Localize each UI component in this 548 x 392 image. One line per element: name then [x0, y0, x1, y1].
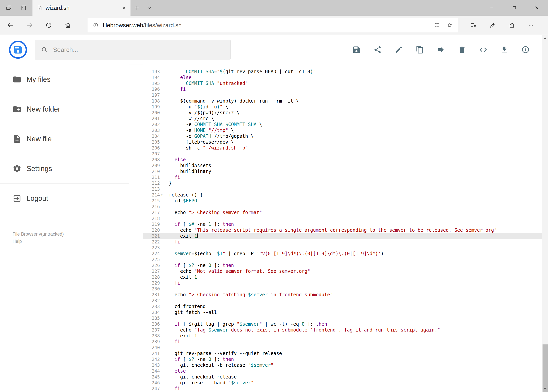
tab-list-dropdown-icon[interactable] — [143, 0, 156, 16]
scrollbar-thumb[interactable] — [542, 344, 548, 392]
sidebar-item-new-folder[interactable]: New folder — [0, 94, 129, 124]
code-line[interactable]: 198 $(command -v winpty) docker run --rm… — [143, 98, 542, 104]
code-line[interactable]: 211 fi — [143, 174, 542, 180]
favorite-star-icon[interactable] — [447, 22, 453, 28]
scroll-down-arrow[interactable] — [542, 385, 548, 392]
code-line[interactable]: 212} — [143, 180, 542, 186]
code-line[interactable]: 218 — [143, 216, 542, 221]
code-line[interactable]: 216 — [143, 204, 542, 210]
set-tabs-aside-icon[interactable] — [18, 0, 30, 16]
address-bar[interactable]: filebrowser.web/files/wizard.sh — [88, 18, 458, 32]
code-line[interactable]: 247 fi — [143, 386, 542, 392]
code-line[interactable]: 246 git reset --hard "$semver" — [143, 380, 542, 386]
move-button[interactable] — [437, 45, 445, 54]
delete-button[interactable] — [458, 45, 467, 54]
more-options-icon[interactable] — [524, 18, 538, 33]
sidebar-item-logout[interactable]: Logout — [0, 184, 129, 213]
code-line[interactable]: 222 fi — [143, 239, 542, 245]
code-line[interactable]: 229 fi — [143, 280, 542, 286]
code-line[interactable]: 241 git rev-parse --verify --quiet relea… — [143, 350, 542, 356]
code-line[interactable]: 196 fi — [143, 86, 542, 92]
code-line[interactable]: 210 buildBinary — [143, 168, 542, 174]
code-line[interactable]: 206 sh -c "./wizard.sh -b" — [143, 145, 542, 151]
forward-button[interactable] — [22, 18, 37, 33]
code-line[interactable]: 243 git checkout -b release "$semver" — [143, 362, 542, 368]
tab-close-icon[interactable] — [122, 6, 126, 10]
code-line[interactable]: 220 echo "This release script requires a… — [143, 227, 542, 233]
code-line[interactable]: 235 — [143, 315, 542, 321]
code-line[interactable]: 195 COMMIT_SHA="untracked" — [143, 80, 542, 86]
page-scrollbar[interactable] — [542, 35, 548, 392]
save-button[interactable] — [352, 45, 361, 54]
sidebar-item-my-files[interactable]: My files — [0, 65, 129, 94]
code-line[interactable]: 227 echo "Not valid semver format. See s… — [143, 268, 542, 274]
code-line[interactable]: 223 — [143, 245, 542, 251]
web-note-pen-icon[interactable] — [486, 18, 500, 33]
code-line[interactable]: 237 echo "Tag $semver does not exist in … — [143, 327, 542, 333]
search-input[interactable]: Search... — [35, 40, 231, 59]
code-line[interactable]: 240 — [143, 345, 542, 350]
sidebar-item-settings[interactable]: Settings — [0, 154, 129, 184]
code-line[interactable]: 221 exit 1 — [143, 233, 542, 239]
code-line[interactable]: 226 if [ $? -ne 0 ]; then — [143, 262, 542, 268]
help-link[interactable]: Help — [13, 238, 64, 245]
code-line[interactable]: 244 else — [143, 368, 542, 374]
code-line[interactable]: 209 buildAssets — [143, 163, 542, 168]
reading-view-icon[interactable] — [434, 22, 440, 28]
back-button[interactable] — [3, 18, 18, 33]
copy-button[interactable] — [415, 45, 424, 54]
code-line[interactable]: 193 COMMIT_SHA="$(git rev-parse HEAD | c… — [143, 69, 542, 75]
code-line[interactable]: 230 — [143, 286, 542, 292]
tab-preview-icon[interactable] — [3, 0, 15, 16]
code-line[interactable]: 200 -v /$(pwd):/src:z \ — [143, 110, 542, 116]
code-line[interactable]: 219 if [ $# -ne 1 ]; then — [143, 221, 542, 227]
code-line[interactable]: 233 cd frontend — [143, 304, 542, 309]
code-line[interactable]: 238 exit 1 — [143, 333, 542, 339]
code-area[interactable]: 193 COMMIT_SHA="$(git rev-parse HEAD | c… — [143, 65, 542, 392]
code-line[interactable]: 225 — [143, 257, 542, 262]
code-line[interactable]: 204 -e GOPATH=//tmp/gopath \ — [143, 133, 542, 139]
code-line[interactable]: 232 — [143, 298, 542, 304]
code-line[interactable]: 214▾release () { — [143, 192, 542, 198]
code-line[interactable]: 228 exit 1 — [143, 274, 542, 280]
code-line[interactable]: 242 if [ $? -ne 0 ]; then — [143, 356, 542, 362]
share-icon[interactable] — [505, 18, 519, 33]
site-info-icon[interactable] — [93, 22, 98, 28]
minimize-button[interactable] — [480, 0, 503, 16]
code-line[interactable]: 194 else — [143, 75, 542, 80]
code-line[interactable]: 202 -e COMMIT_SHA=$COMMIT_SHA \ — [143, 121, 542, 127]
code-line[interactable]: 231 echo "> Checking matching $semver in… — [143, 292, 542, 298]
code-line[interactable]: 239 fi — [143, 339, 542, 345]
browser-tab[interactable]: wizard.sh — [33, 0, 131, 16]
code-line[interactable]: 245 git checkout release — [143, 374, 542, 380]
code-line[interactable]: 234 git fetch --all — [143, 309, 542, 315]
sidebar-item-new-file[interactable]: New file — [0, 124, 129, 154]
close-button[interactable] — [526, 0, 548, 16]
home-button[interactable] — [61, 18, 75, 33]
new-tab-button[interactable] — [131, 0, 143, 16]
hub-favorites-icon[interactable] — [466, 18, 481, 33]
info-button[interactable] — [521, 45, 530, 54]
code-line[interactable]: 201 -w //src \ — [143, 116, 542, 121]
source-view-button[interactable] — [479, 45, 488, 54]
maximize-button[interactable] — [503, 0, 526, 16]
code-line[interactable]: 236 if [ $(git tag | grep "$semver" | wc… — [143, 321, 542, 327]
refresh-button[interactable] — [42, 18, 56, 33]
code-line[interactable]: 217 echo "> Checking semver format" — [143, 210, 542, 216]
code-editor[interactable]: 193 COMMIT_SHA="$(git rev-parse HEAD | c… — [143, 65, 542, 392]
code-line[interactable]: 205 filebrowser/dev \ — [143, 139, 542, 145]
scroll-up-arrow[interactable] — [542, 35, 548, 42]
fold-marker-icon[interactable]: ▾ — [160, 192, 164, 198]
code-line[interactable]: 199 -u "$(id -u)" \ — [143, 104, 542, 110]
code-line[interactable]: 207 — [143, 151, 542, 157]
share-button[interactable] — [373, 45, 382, 54]
code-line[interactable]: 213 — [143, 186, 542, 192]
download-button[interactable] — [500, 45, 509, 54]
code-line[interactable]: 208 else — [143, 157, 542, 163]
rename-button[interactable] — [394, 45, 403, 54]
code-line[interactable]: 215 cd $REPO — [143, 198, 542, 204]
app-logo[interactable] — [9, 41, 27, 59]
code-line[interactable]: 197 — [143, 92, 542, 98]
code-line[interactable]: 224 semver=$(echo "$1" | grep -P '^v(0|[… — [143, 251, 542, 257]
code-line[interactable]: 203 -e HOME="//tmp" \ — [143, 127, 542, 133]
